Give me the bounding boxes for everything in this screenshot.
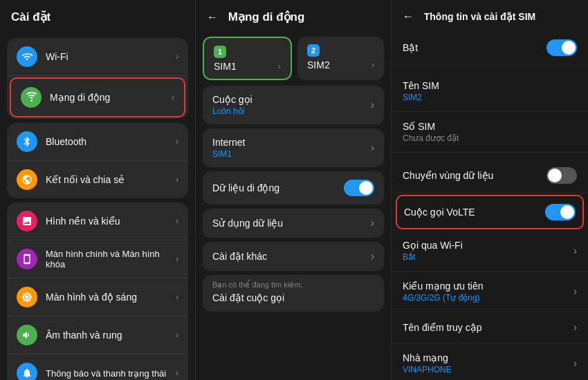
mobile-title-text: Mạng di động <box>228 10 305 23</box>
sound-label: Âm thanh và rung <box>46 330 176 341</box>
sidebar-item-wallpaper[interactable]: Hình nền và kiểu › <box>7 202 188 240</box>
notification-icon <box>17 363 37 380</box>
bluetooth-label: Bluetooth <box>46 136 176 147</box>
sim1-badge: 1 <box>214 46 226 58</box>
sidebar-item-notification[interactable]: Thông báo và thanh trạng thái › <box>7 354 188 380</box>
ten-sim-sub: SIM2 <box>403 93 439 102</box>
notification-label: Thông báo và thanh trạng thái <box>46 368 176 379</box>
sim2-label: SIM2 <box>307 59 330 70</box>
mobile-label: Mạng di động <box>50 92 172 103</box>
sim1-label: SIM1 <box>214 61 237 72</box>
divider1 <box>392 66 588 71</box>
settings-group-network: Wi-Fi › Mạng di động › <box>7 38 188 119</box>
sim-cards-row: 1 SIM1 › 2 SIM2 › <box>203 37 384 80</box>
wifi-call-sub: Bắt <box>403 252 463 262</box>
settings-panel: Cài đặt Wi-Fi › Mạng di động › <box>0 0 196 380</box>
wifi-call-chevron: › <box>573 245 577 257</box>
other-settings-item[interactable]: Cài đặt khác › <box>203 242 384 271</box>
settings-list: Wi-Fi › Mạng di động › Bluetooth › <box>0 31 195 380</box>
sim2-card[interactable]: 2 SIM2 › <box>297 37 384 80</box>
mobile-data-item[interactable]: Dữ liệu di động <box>203 171 384 205</box>
brightness-label: Màn hình và độ sáng <box>46 292 176 303</box>
so-sim-title: Số SIM <box>403 121 459 132</box>
internet-sub: SIM1 <box>212 149 245 159</box>
sidebar-item-sound[interactable]: Âm thanh và rung › <box>7 316 188 354</box>
calls-title: Cuộc gọi <box>212 94 252 105</box>
divider2 <box>392 153 588 158</box>
other-title: Cài đặt khác <box>212 251 267 262</box>
sidebar-item-screen[interactable]: Màn hình chính và Màn hình khóa › <box>7 240 188 278</box>
screen-icon <box>17 249 37 269</box>
search-suggestion: Bạn có thể đang tìm kiếm: Cài đặt cuộc g… <box>203 275 384 312</box>
sound-icon <box>17 325 37 345</box>
network-type-item[interactable]: Kiểu mạng ưu tiên 4G/3G/2G (Tự động) › <box>392 272 588 312</box>
brightness-icon <box>17 287 37 307</box>
search-hint: Bạn có thể đang tìm kiếm: <box>212 281 374 289</box>
screen-label: Màn hình chính và Màn hình khóa <box>46 249 176 269</box>
roaming-toggle[interactable] <box>546 167 577 184</box>
sim-info-header: ← Thông tin và cài đặt SIM <box>392 0 588 30</box>
sim1-chevron: › <box>278 61 281 71</box>
internet-title: Internet <box>212 137 245 148</box>
internet-item[interactable]: Internet SIM1 › <box>203 129 384 167</box>
volte-title: Cuộc gọi VoLTE <box>404 207 475 218</box>
volte-item[interactable]: Cuộc gọi VoLTE <box>396 195 584 229</box>
wifi-call-item[interactable]: Gọi qua Wi-Fi Bắt › <box>392 231 588 272</box>
sidebar-item-mobile[interactable]: Mạng di động › <box>10 77 185 117</box>
other-chevron: › <box>371 250 374 263</box>
network-type-title: Kiểu mạng ưu tiên <box>403 281 484 292</box>
search-link[interactable]: Cài đặt cuộc gọi <box>212 292 374 303</box>
network-type-sub: 4G/3G/2G (Tự động) <box>403 293 484 303</box>
bat-toggle[interactable] <box>546 39 577 56</box>
sidebar-item-brightness[interactable]: Màn hình và độ sáng › <box>7 278 188 316</box>
so-sim-item[interactable]: Số SIM Chưa được đặt <box>392 112 588 153</box>
data-usage-title: Sử dụng dữ liệu <box>212 218 283 229</box>
volte-toggle[interactable] <box>545 204 576 220</box>
sidebar-item-share[interactable]: Kết nối và chia sẻ › <box>7 161 188 198</box>
wallpaper-icon <box>17 211 37 231</box>
mobile-icon <box>21 87 42 108</box>
bluetooth-icon <box>17 131 37 152</box>
data-usage-chevron: › <box>371 217 374 229</box>
settings-title: Cài đặt <box>0 0 195 31</box>
apn-title: Tên điểm truy cập <box>403 322 481 333</box>
calls-chevron: › <box>371 99 374 111</box>
settings-group-display: Hình nền và kiểu › Màn hình chính và Màn… <box>7 202 188 380</box>
operator-title: Nhà mạng <box>403 352 452 363</box>
panel1-title-text: Cài đặt <box>11 10 50 23</box>
operator-item[interactable]: Nhà mạng VINAPHONE › <box>392 343 588 380</box>
back-arrow-mobile[interactable]: ← <box>207 11 218 23</box>
sidebar-item-bluetooth[interactable]: Bluetooth › <box>7 123 188 161</box>
ten-sim-item[interactable]: Tên SIM SIM2 <box>392 71 588 112</box>
calls-sub: Luôn hỏi <box>212 106 252 116</box>
sim2-chevron: › <box>371 60 374 70</box>
bat-item[interactable]: Bật <box>392 30 588 66</box>
data-usage-item[interactable]: Sử dụng dữ liệu › <box>203 209 384 238</box>
calls-item[interactable]: Cuộc gọi Luôn hỏi › <box>203 86 384 124</box>
network-type-chevron: › <box>573 285 577 298</box>
sim-info-panel: ← Thông tin và cài đặt SIM Bật Tên SIM S… <box>392 0 588 380</box>
operator-chevron: › <box>573 357 577 370</box>
back-arrow-sim[interactable]: ← <box>403 10 414 22</box>
share-icon <box>17 169 37 190</box>
mobile-data-title: Dữ liệu di động <box>212 182 279 193</box>
roaming-item[interactable]: Chuyển vùng dữ liệu <box>392 158 588 193</box>
roaming-title: Chuyển vùng dữ liệu <box>403 170 493 181</box>
mobile-header: ← Mạng di động <box>196 0 391 31</box>
wallpaper-label: Hình nền và kiểu <box>46 216 176 227</box>
sim1-card[interactable]: 1 SIM1 › <box>203 37 292 80</box>
bluetooth-chevron: › <box>176 137 178 146</box>
mobile-settings-list: Cuộc gọi Luôn hỏi › Internet SIM1 › Dữ l… <box>196 86 391 271</box>
sim2-badge: 2 <box>307 44 320 57</box>
sim-info-title-text: Thông tin và cài đặt SIM <box>424 11 535 22</box>
so-sim-sub: Chưa được đặt <box>403 133 459 143</box>
bat-title: Bật <box>403 42 418 53</box>
internet-chevron: › <box>371 142 374 154</box>
mobile-data-toggle[interactable] <box>344 180 374 196</box>
ten-sim-title: Tên SIM <box>403 80 439 91</box>
share-label: Kết nối và chia sẻ <box>46 174 176 185</box>
mobile-network-panel: ← Mạng di động 1 SIM1 › 2 SIM2 › Cuộc gọ… <box>196 0 392 380</box>
apn-chevron: › <box>573 321 577 334</box>
sidebar-item-wifi[interactable]: Wi-Fi › <box>7 38 188 76</box>
apn-item[interactable]: Tên điểm truy cập › <box>392 312 588 343</box>
